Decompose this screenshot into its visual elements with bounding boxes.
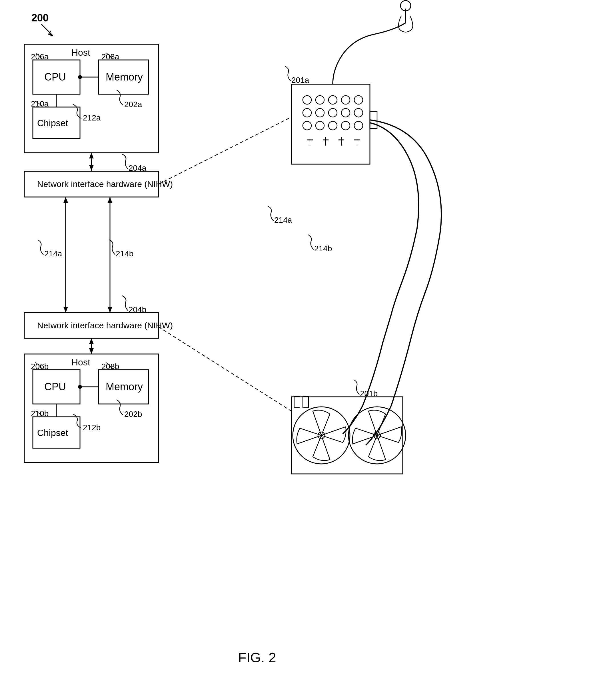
cable-right-main [343, 123, 419, 434]
svg-point-17 [316, 108, 324, 117]
fig-ref-200: 200 [31, 12, 48, 24]
svg-marker-6 [64, 307, 68, 313]
host-a-label: Host [71, 47, 90, 58]
nihw-b-label: Network interface hardware (NIHW) [37, 320, 173, 330]
host-b-label: Host [71, 357, 90, 367]
ref-214a-left: 214a [44, 249, 62, 258]
svg-point-11 [303, 96, 311, 104]
svg-point-25 [354, 121, 363, 130]
svg-marker-5 [64, 197, 68, 203]
ref-201a: 201a [291, 76, 309, 85]
svg-marker-3 [89, 153, 94, 159]
nihw-a-label: Network interface hardware (NIHW) [37, 179, 173, 189]
cable-device-a-top [333, 23, 406, 84]
cpu-a-label: CPU [44, 71, 66, 83]
svg-point-20 [354, 108, 363, 117]
svg-marker-10 [89, 348, 94, 354]
diagram-container: 200 Host CPU 206a Memory 208a Chipset 21… [0, 0, 593, 700]
svg-marker-8 [108, 307, 112, 313]
svg-marker-7 [108, 197, 112, 203]
svg-point-13 [328, 96, 337, 104]
ref-202a: 202a [124, 100, 142, 109]
memory-b-label: Memory [106, 381, 143, 393]
ref-202b: 202b [124, 410, 142, 419]
dashed-nihw-b-device-b [159, 327, 291, 411]
svg-point-22 [316, 121, 324, 130]
ref-214b-right: 214b [314, 244, 332, 253]
ref-214a-right: 214a [274, 216, 292, 224]
ref-204b: 204b [128, 305, 146, 314]
ref-201b: 201b [360, 389, 378, 398]
svg-point-23 [328, 121, 337, 130]
svg-point-14 [341, 96, 350, 104]
memory-a-label: Memory [106, 71, 143, 83]
svg-marker-4 [89, 165, 94, 171]
svg-point-21 [303, 121, 311, 130]
ref-212a: 212a [83, 113, 101, 122]
svg-point-16 [303, 108, 311, 117]
svg-rect-40 [303, 396, 309, 408]
ref-204a: 204a [128, 164, 147, 172]
svg-point-18 [328, 108, 337, 117]
ref-212b: 212b [83, 423, 101, 432]
svg-marker-9 [89, 338, 94, 344]
chipset-a-label: Chipset [37, 118, 68, 128]
chipset-b-label: Chipset [37, 428, 68, 438]
svg-point-15 [354, 96, 363, 104]
svg-rect-39 [294, 396, 300, 408]
svg-point-12 [316, 96, 324, 104]
ref-210a: 210a [31, 99, 49, 108]
cpu-b-label: CPU [44, 381, 66, 393]
svg-point-24 [341, 121, 350, 130]
cpu-memory-dot-b [78, 385, 82, 389]
fig-caption: FIG. 2 [238, 650, 276, 665]
svg-point-19 [341, 108, 350, 117]
cpu-memory-dot-a [78, 75, 82, 79]
ref-214b-left: 214b [116, 249, 133, 258]
dashed-nihw-a-device-a [159, 117, 291, 184]
